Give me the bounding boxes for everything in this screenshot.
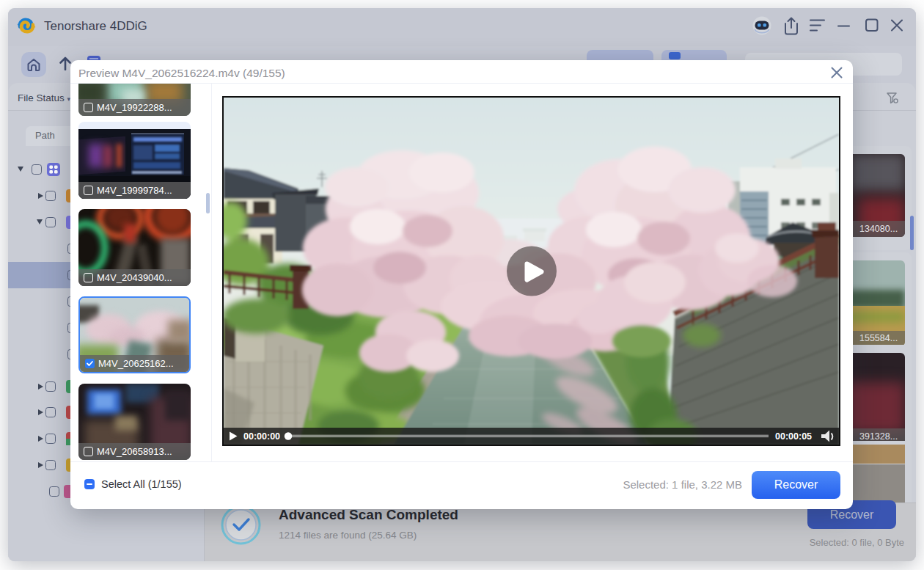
svg-text:00:00:00: 00:00:00 xyxy=(243,431,280,442)
svg-text:00:00:05: 00:00:05 xyxy=(775,431,812,442)
